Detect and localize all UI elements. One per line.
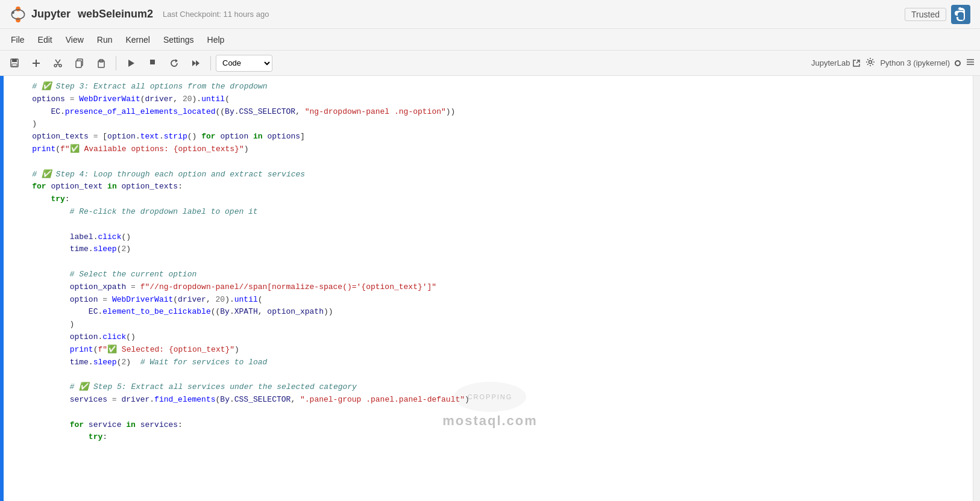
code-line: EC.element_to_be_clickable((By.XPATH, op…	[4, 306, 973, 319]
jupyterlab-link[interactable]: JupyterLab	[811, 58, 861, 67]
external-link-icon	[852, 59, 861, 67]
toolbar: Code Markdown Raw JupyterLab Python 3 (i…	[0, 51, 980, 76]
code-line: # ✅ Step 5: Extract all services under t…	[4, 381, 973, 394]
svg-point-6	[963, 19, 964, 20]
run-button[interactable]	[121, 54, 140, 73]
code-line: time.sleep(2) # Wait for services to loa…	[4, 356, 973, 369]
main-area: # ✅ Step 3: Extract all options from the…	[0, 76, 980, 501]
notebook-name-label: webSeleinum2	[78, 8, 153, 20]
menu-bar: File Edit View Run Kernel Settings Help	[0, 29, 980, 51]
restart-button[interactable]	[165, 54, 184, 73]
menu-edit[interactable]: Edit	[32, 33, 58, 47]
code-line: option.click()	[4, 331, 973, 344]
code-cell-area[interactable]: # ✅ Step 3: Extract all options from the…	[4, 76, 973, 501]
code-line: # Re-click the dropdown label to open it	[4, 206, 973, 219]
python-icon	[951, 5, 970, 24]
jupyter-logo	[10, 6, 27, 23]
code-line: option_xpath = f"//ng-dropdown-panel//sp…	[4, 281, 973, 294]
code-line: option = WebDriverWait(driver, 20).until…	[4, 294, 973, 307]
svg-marker-21	[175, 59, 178, 63]
svg-point-12	[54, 64, 57, 67]
code-line: label.click()	[4, 231, 973, 244]
code-line: try:	[4, 193, 973, 206]
menu-view[interactable]: View	[60, 33, 90, 47]
title-bar: Jupyter webSeleinum2 Last Checkpoint: 11…	[0, 0, 980, 29]
add-cell-button[interactable]	[27, 54, 46, 73]
stop-button[interactable]	[143, 54, 162, 73]
code-line: time.sleep(2)	[4, 243, 973, 256]
code-line: for service in services:	[4, 419, 973, 432]
code-cell[interactable]: # ✅ Step 3: Extract all options from the…	[4, 76, 973, 449]
jupyterlab-label: JupyterLab	[811, 58, 850, 67]
cut-button[interactable]	[48, 54, 68, 73]
code-line: # ✅ Step 4: Loop through each option and…	[4, 169, 973, 181]
kernel-status-dot	[955, 60, 961, 66]
svg-point-5	[958, 8, 960, 10]
svg-point-25	[869, 61, 872, 64]
code-line	[4, 156, 973, 169]
code-line	[4, 406, 973, 419]
code-line	[4, 256, 973, 269]
svg-marker-19	[128, 60, 134, 67]
svg-marker-23	[196, 60, 199, 66]
menu-file[interactable]: File	[5, 33, 31, 47]
app-name-label: Jupyter	[31, 8, 71, 20]
code-line: # ✅ Step 3: Extract all options from the…	[4, 81, 973, 93]
menu-settings[interactable]: Settings	[157, 33, 200, 47]
svg-point-1	[16, 17, 20, 22]
separator-2	[210, 56, 211, 70]
menu-help[interactable]: Help	[201, 33, 231, 47]
code-line: services = driver.find_elements(By.CSS_S…	[4, 394, 973, 406]
fastforward-button[interactable]	[186, 54, 206, 73]
menu-kernel[interactable]: Kernel	[119, 33, 155, 47]
code-line: options = WebDriverWait(driver, 20).unti…	[4, 93, 973, 106]
code-line: )	[4, 118, 973, 131]
code-line: EC.presence_of_all_elements_located((By.…	[4, 106, 973, 119]
trusted-badge[interactable]: Trusted	[905, 8, 946, 21]
code-line: print(f"✅ Selected: {option_text}")	[4, 344, 973, 356]
separator-1	[116, 56, 116, 70]
code-line: # Select the current option	[4, 269, 973, 281]
checkpoint-info: Last Checkpoint: 11 hours ago	[163, 10, 269, 19]
svg-rect-8	[12, 59, 17, 62]
svg-point-13	[59, 64, 61, 67]
cell-type-dropdown[interactable]: Code Markdown Raw	[216, 55, 272, 72]
copy-button[interactable]	[70, 54, 89, 73]
settings-icon[interactable]	[865, 57, 875, 69]
svg-rect-20	[150, 60, 155, 64]
hamburger-menu-icon[interactable]	[966, 57, 975, 69]
svg-marker-22	[192, 60, 196, 66]
scrollbar-right[interactable]	[973, 76, 980, 501]
svg-rect-16	[76, 61, 81, 67]
code-line: for option_text in option_texts:	[4, 181, 973, 193]
code-line	[4, 219, 973, 231]
menu-run[interactable]: Run	[91, 33, 119, 47]
code-line	[4, 369, 973, 381]
svg-point-0	[16, 6, 20, 11]
code-line: )	[4, 319, 973, 331]
kernel-name: Python 3 (ipykernel)	[880, 58, 950, 67]
paste-button[interactable]	[92, 54, 111, 73]
code-line: print(f"✅ Available options: {option_tex…	[4, 143, 973, 156]
svg-rect-9	[12, 64, 17, 66]
right-toolbar: JupyterLab Python 3 (ipykernel)	[811, 57, 975, 69]
svg-point-3	[11, 11, 14, 13]
code-line: option_texts = [option.text.strip() for …	[4, 131, 973, 143]
code-line: try:	[4, 431, 973, 444]
save-button[interactable]	[5, 54, 24, 73]
